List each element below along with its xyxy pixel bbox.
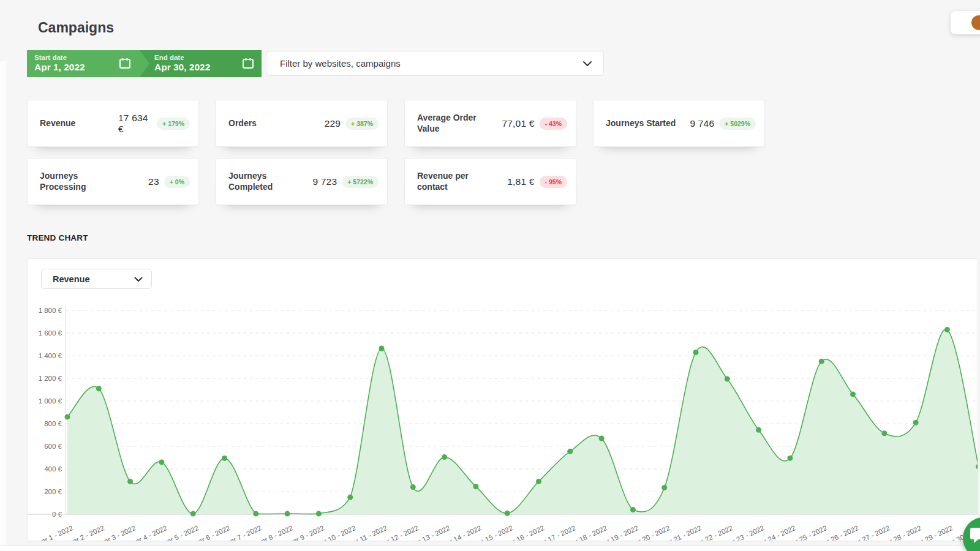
svg-text:600 €: 600 € xyxy=(44,443,62,450)
svg-text:1 000 €: 1 000 € xyxy=(39,397,62,405)
trend-chart-card: Revenue 0 €200 €400 €600 €800 €1 000 €1 … xyxy=(27,258,978,541)
chat-bubble-icon xyxy=(970,527,980,544)
next-section-edge xyxy=(0,545,980,551)
kpi-card: Average Order Value77,01 €- 43% xyxy=(404,100,576,147)
chevron-down-icon xyxy=(582,58,592,69)
kpi-value: 229 xyxy=(325,118,341,129)
metric-select-value: Revenue xyxy=(53,274,134,284)
date-range-picker: Start date Apr 1, 2022 End date Apr 30, … xyxy=(27,50,262,77)
kpi-card: Journeys Completed9 723+ 5722% xyxy=(216,158,388,205)
kpi-card: Revenue per contact1,81 €- 95% xyxy=(404,158,576,205)
svg-text:1 400 €: 1 400 € xyxy=(39,352,62,359)
kpi-value: 1,81 € xyxy=(507,176,534,187)
trend-chart-section-title: TREND CHART xyxy=(27,233,88,242)
kpi-label: Revenue xyxy=(40,118,118,129)
kpi-delta-badge: + 179% xyxy=(157,118,190,130)
svg-text:200 €: 200 € xyxy=(44,488,62,495)
kpi-label: Journeys Started xyxy=(606,118,684,129)
end-date-picker[interactable]: End date Apr 30, 2022 xyxy=(140,50,262,77)
kpi-label: Revenue per contact xyxy=(417,171,496,192)
kpi-value: 17 634 € xyxy=(118,113,152,135)
kpi-value: 77,01 € xyxy=(502,118,534,129)
svg-text:1 200 €: 1 200 € xyxy=(39,375,62,382)
kpi-card: Journeys Started9 746+ 5029% xyxy=(593,100,765,147)
kpi-delta-badge: + 0% xyxy=(164,176,190,188)
svg-text:Apr 3 - 2022: Apr 3 - 2022 xyxy=(99,524,137,541)
svg-text:1 800 €: 1 800 € xyxy=(39,307,62,314)
kpi-delta-badge: + 5722% xyxy=(342,176,379,188)
kpi-label: Average Order Value xyxy=(417,113,496,134)
kpi-card: Revenue17 634 €+ 179% xyxy=(27,100,199,147)
svg-text:1 600 €: 1 600 € xyxy=(39,329,62,337)
svg-text:800 €: 800 € xyxy=(44,420,62,427)
svg-text:Apr 2 - 2022: Apr 2 - 2022 xyxy=(67,524,105,541)
user-menu-chip[interactable] xyxy=(951,11,980,34)
kpi-grid: Revenue17 634 €+ 179%Orders229+ 387%Aver… xyxy=(27,100,786,205)
kpi-card: Orders229+ 387% xyxy=(216,100,388,147)
left-gutter xyxy=(0,61,6,551)
kpi-card: Journeys Processing23+ 0% xyxy=(27,158,199,205)
revenue-area-chart: 0 €200 €400 €600 €800 €1 000 €1 200 €1 4… xyxy=(28,259,978,541)
svg-text:Apr 4 - 2022: Apr 4 - 2022 xyxy=(130,524,168,541)
svg-text:Apr 5 - 2022: Apr 5 - 2022 xyxy=(162,524,200,541)
kpi-value: 9 723 xyxy=(312,176,337,187)
start-date-value: Apr 1, 2022 xyxy=(34,62,149,73)
chevron-down-icon xyxy=(134,274,143,285)
start-date-picker[interactable]: Start date Apr 1, 2022 xyxy=(27,50,149,77)
svg-text:Apr 8 - 2022: Apr 8 - 2022 xyxy=(256,524,294,541)
kpi-delta-badge: - 95% xyxy=(540,176,567,188)
svg-text:Apr 1 - 2022: Apr 1 - 2022 xyxy=(36,524,74,541)
metric-select[interactable]: Revenue xyxy=(41,269,152,289)
start-date-label: Start date xyxy=(34,54,149,61)
kpi-delta-badge: - 43% xyxy=(540,118,567,130)
filter-placeholder: Filter by websites, campaigns xyxy=(280,58,582,69)
kpi-value: 23 xyxy=(148,176,159,187)
svg-text:Apr 7 - 2022: Apr 7 - 2022 xyxy=(224,524,262,541)
svg-text:Apr 9 - 2022: Apr 9 - 2022 xyxy=(287,524,325,541)
svg-text:Apr 6 - 2022: Apr 6 - 2022 xyxy=(193,524,231,541)
websites-campaigns-filter[interactable]: Filter by websites, campaigns xyxy=(266,51,604,76)
kpi-value: 9 746 xyxy=(690,118,714,129)
calendar-icon xyxy=(119,57,131,72)
calendar-icon xyxy=(242,57,254,72)
kpi-label: Journeys Completed xyxy=(228,171,307,192)
kpi-label: Orders xyxy=(228,118,307,129)
kpi-delta-badge: + 5029% xyxy=(719,118,756,130)
svg-text:400 €: 400 € xyxy=(44,465,62,473)
user-avatar xyxy=(971,15,980,30)
kpi-delta-badge: + 387% xyxy=(345,118,379,130)
page-title: Campaigns xyxy=(38,20,114,36)
kpi-label: Journeys Processing xyxy=(40,171,118,192)
